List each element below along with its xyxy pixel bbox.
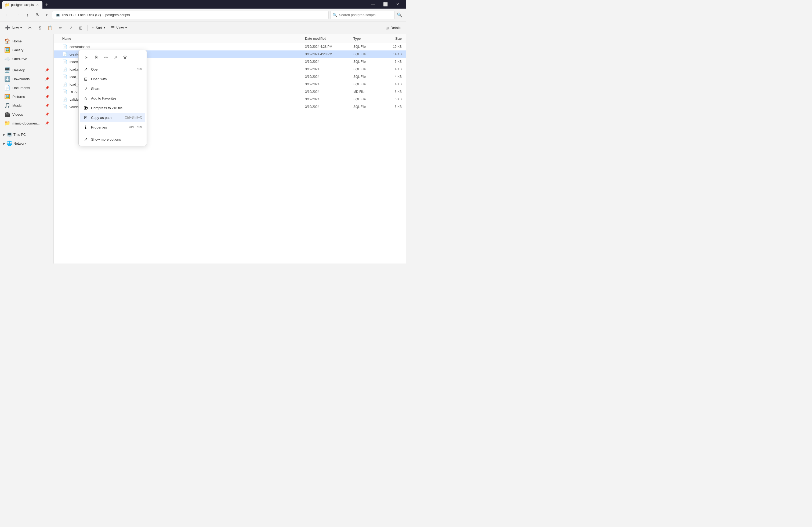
refresh-button[interactable]: ↻ xyxy=(33,10,42,20)
ctx-rename-button[interactable]: ✏ xyxy=(101,53,110,62)
share-toolbar-button[interactable]: ↗ xyxy=(66,23,75,33)
music-pin-icon: 📌 xyxy=(45,104,49,107)
ctx-item-properties[interactable]: ℹ Properties Alt+Enter xyxy=(80,122,145,132)
sidebar-label-desktop: Desktop xyxy=(12,68,43,72)
file-size-loadgz: 4 KB xyxy=(380,82,402,86)
file-icon-load: 📄 xyxy=(62,67,68,72)
ctx-copy-button[interactable]: ⎘ xyxy=(91,53,101,62)
sort-chevron: ▾ xyxy=(104,26,105,29)
close-button[interactable]: ✕ xyxy=(392,0,404,9)
file-size-constraint: 19 KB xyxy=(380,45,402,48)
view-button[interactable]: ☰ View ▾ xyxy=(108,23,129,33)
sidebar-item-desktop[interactable]: 🖥️ Desktop 📌 xyxy=(1,66,52,74)
up-button[interactable]: ↑ xyxy=(23,10,32,20)
network-group-icon: 🌐 xyxy=(6,140,12,146)
file-icon-loadgz: 📄 xyxy=(62,82,68,87)
forward-button[interactable]: → xyxy=(12,10,22,20)
file-type-validatedemo: SQL File xyxy=(353,105,380,109)
openwith-icon: ⊞ xyxy=(83,76,88,81)
back-button[interactable]: ← xyxy=(2,10,12,20)
breadcrumb[interactable]: 💻 This PC › Local Disk (C:) › postgres-s… xyxy=(52,11,329,19)
file-type-constraint: SQL File xyxy=(353,45,380,48)
openwith-label: Open with xyxy=(91,77,142,81)
file-row-constraint[interactable]: 📄 constraint.sql 3/19/2024 4:28 PM SQL F… xyxy=(54,43,406,50)
minimize-button[interactable]: — xyxy=(367,0,379,9)
ctx-item-openwith[interactable]: ⊞ Open with xyxy=(80,74,145,84)
copy-toolbar-button[interactable]: ⎘ xyxy=(35,23,45,33)
open-shortcut: Enter xyxy=(134,67,142,71)
view-icon: ☰ xyxy=(111,25,115,30)
col-date-header[interactable]: Date modified xyxy=(305,37,353,41)
mimic-pin-icon: 📌 xyxy=(45,121,49,125)
properties-label: Properties xyxy=(91,125,126,129)
sidebar-item-pictures[interactable]: 🖼️ Pictures 📌 xyxy=(1,92,52,101)
compress-icon: 🗜 xyxy=(83,105,88,110)
file-icon-create: 📄 xyxy=(62,52,68,57)
tab-label: postgres-scripts xyxy=(11,3,34,7)
ctx-cut-button[interactable]: ✂ xyxy=(82,53,91,62)
file-type-loadgz: SQL File xyxy=(353,82,380,86)
file-date-readme: 3/19/2024 xyxy=(305,90,353,94)
gallery-icon: 🖼️ xyxy=(4,47,10,53)
mimic-icon: 📁 xyxy=(4,120,10,126)
sort-button[interactable]: ↕ Sort ▾ xyxy=(89,23,108,33)
sidebar-item-documents[interactable]: 📄 Documents 📌 xyxy=(1,84,52,92)
search-input[interactable] xyxy=(339,13,392,17)
videos-pin-icon: 📌 xyxy=(45,112,49,116)
search-submit-button[interactable]: 🔍 xyxy=(395,11,404,19)
cut-toolbar-button[interactable]: ✂ xyxy=(25,23,35,33)
tab-close-icon[interactable]: ✕ xyxy=(35,3,40,7)
ctx-share-button[interactable]: ↗ xyxy=(111,53,120,62)
details-icon: ⊞ xyxy=(386,26,389,30)
new-tab-button[interactable]: + xyxy=(43,1,50,9)
more-options-button[interactable]: ··· xyxy=(130,23,140,33)
file-type-index: SQL File xyxy=(353,60,380,64)
sidebar-item-onedrive[interactable]: ☁️ OneDrive xyxy=(1,55,52,63)
ctx-delete-button[interactable]: 🗑 xyxy=(120,53,130,62)
new-button[interactable]: ➕ New ▾ xyxy=(2,23,25,33)
col-name-header[interactable]: Name xyxy=(62,37,305,41)
paste-toolbar-button[interactable]: 📋 xyxy=(45,23,55,33)
ctx-item-favorites[interactable]: ☆ Add to Favorites xyxy=(80,93,145,103)
file-icon-constraint: 📄 xyxy=(62,44,68,49)
desktop-icon: 🖥️ xyxy=(4,67,10,73)
recent-button[interactable]: ▾ xyxy=(43,10,50,20)
ctx-item-open[interactable]: ↗ Open Enter xyxy=(80,64,145,74)
file-size-create: 14 KB xyxy=(380,52,402,56)
showmore-icon: ↗ xyxy=(83,137,88,142)
file-date-create: 3/19/2024 4:28 PM xyxy=(305,52,353,56)
downloads-icon: ⬇️ xyxy=(4,76,10,82)
ctx-item-share[interactable]: ↗ Share xyxy=(80,84,145,93)
ctx-item-copypath[interactable]: ⎘ Copy as path Ctrl+Shift+C xyxy=(80,113,145,122)
properties-icon: ℹ xyxy=(83,124,88,130)
search-bar[interactable]: 🔍 xyxy=(330,11,395,19)
sidebar-label-pictures: Pictures xyxy=(12,95,43,99)
sidebar-item-gallery[interactable]: 🖼️ Gallery xyxy=(1,46,52,54)
maximize-button[interactable]: ⬜ xyxy=(379,0,392,9)
home-icon: 🏠 xyxy=(4,38,10,44)
context-menu-toolbar: ✂ ⎘ ✏ ↗ 🗑 xyxy=(80,52,145,63)
delete-toolbar-button[interactable]: 🗑 xyxy=(76,23,86,33)
col-type-header[interactable]: Type xyxy=(353,37,380,41)
sidebar-group-network[interactable]: ▶ 🌐 Network xyxy=(1,139,52,148)
file-date-index: 3/19/2024 xyxy=(305,60,353,64)
sidebar-group-thispc[interactable]: ▶ 💻 This PC xyxy=(1,130,52,139)
sidebar-item-home[interactable]: 🏠 Home xyxy=(1,37,52,45)
sidebar-item-downloads[interactable]: ⬇️ Downloads 📌 xyxy=(1,75,52,83)
details-button[interactable]: ⊞ Details xyxy=(383,23,404,33)
share-ctx-icon: ↗ xyxy=(83,86,88,91)
file-type-readme: MD File xyxy=(353,90,380,94)
ctx-item-compress[interactable]: 🗜 Compress to ZIP file xyxy=(80,103,145,113)
sidebar-label-onedrive: OneDrive xyxy=(12,57,27,61)
sidebar-item-music[interactable]: 🎵 Music 📌 xyxy=(1,101,52,110)
col-size-header[interactable]: Size xyxy=(380,37,402,41)
ctx-item-showmore[interactable]: ↗ Show more options xyxy=(80,134,145,144)
active-tab[interactable]: 📁 postgres-scripts ✕ xyxy=(2,1,42,9)
music-icon: 🎵 xyxy=(4,103,10,108)
rename-toolbar-button[interactable]: ✏ xyxy=(56,23,65,33)
sidebar-label-thispc: This PC xyxy=(13,133,26,137)
toolbar-separator xyxy=(87,25,88,31)
sidebar-item-videos[interactable]: 🎬 Videos 📌 xyxy=(1,110,52,119)
breadcrumb-localdisk: Local Disk (C:) xyxy=(78,13,101,17)
sidebar-item-mimic[interactable]: 📁 mimic-documen… 📌 xyxy=(1,119,52,127)
